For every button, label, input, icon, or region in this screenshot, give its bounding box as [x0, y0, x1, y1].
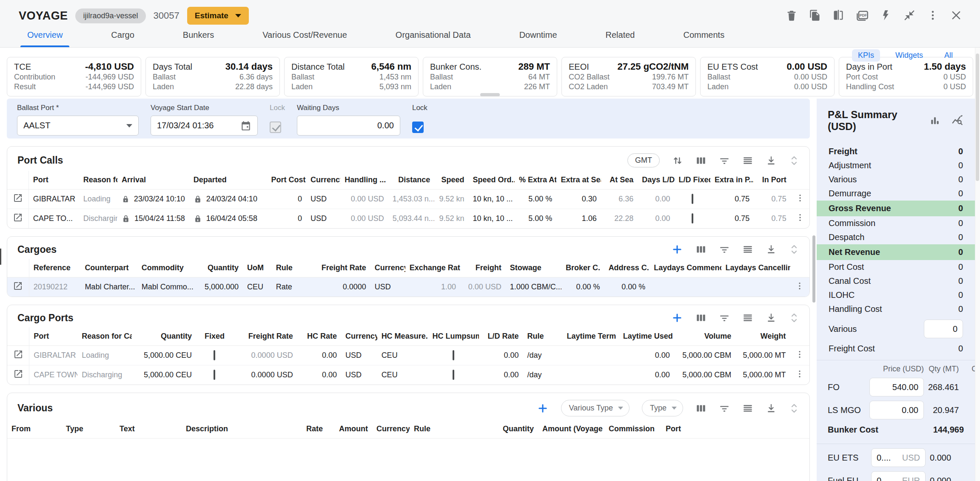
cargo-port-row[interactable]: CAPE TOWN Discharging 5,000.00 CEU 0.000…	[7, 365, 809, 385]
open-row-icon[interactable]	[13, 193, 23, 203]
tab-various-cost-revenue[interactable]: Various Cost/Revenue	[262, 30, 347, 47]
hc-lumpsum-checkbox[interactable]	[453, 370, 454, 380]
duplicate-icon[interactable]	[809, 9, 821, 21]
row-density-icon[interactable]	[742, 403, 753, 414]
row-menu-icon[interactable]	[795, 213, 805, 222]
col-laydays-cancelling[interactable]: Laydays Cancelling	[721, 259, 790, 277]
col-currency[interactable]: Currency	[372, 420, 410, 439]
collapse-icon[interactable]	[903, 9, 915, 21]
view-link-widgets[interactable]: Widgets	[889, 49, 929, 62]
ballast-port-select[interactable]: AALST	[17, 116, 139, 136]
col-days-ld[interactable]: Days L/D	[638, 171, 674, 190]
col-hc-lumpsum[interactable]: HC Lumpsum	[428, 327, 479, 346]
filter-icon[interactable]	[719, 312, 730, 323]
tab-organisational-data[interactable]: Organisational Data	[396, 30, 471, 47]
col-uom[interactable]: UoM	[243, 259, 272, 277]
view-link-kpis[interactable]: KPIs	[852, 49, 880, 62]
col-currency[interactable]: Currency	[306, 171, 340, 190]
col-speed[interactable]: Speed	[434, 171, 468, 190]
col-distance[interactable]: Distance	[388, 171, 434, 190]
filter-icon[interactable]	[719, 244, 730, 255]
col-reference[interactable]: Reference	[29, 259, 80, 277]
hc-lumpsum-checkbox[interactable]	[453, 350, 454, 360]
fueleu-price-input[interactable]: 0....EUR	[871, 471, 926, 481]
col-rate[interactable]: Rate	[268, 420, 327, 439]
add-cargo-icon[interactable]	[671, 243, 683, 255]
cargo-port-row[interactable]: GIBRALTAR Loading 5,000.00 CEU 0.0000 US…	[7, 346, 809, 365]
export-pdf-icon[interactable]: PDF	[856, 9, 869, 21]
col-exchange-rate[interactable]: Exchange Rate	[405, 259, 460, 277]
tab-overview[interactable]: Overview	[27, 30, 63, 47]
col-quantity[interactable]: Quantity	[480, 420, 538, 439]
port-call-row[interactable]: CAPE TO... Discharging 15/04/24 11:58 16…	[7, 209, 809, 229]
row-menu-icon[interactable]	[795, 369, 804, 379]
col-in-port[interactable]: In Port	[754, 171, 790, 190]
col-address-c[interactable]: Address C.	[604, 259, 650, 277]
kpi-collapse-handle[interactable]	[480, 93, 500, 96]
delete-icon[interactable]	[786, 9, 798, 21]
download-icon[interactable]	[766, 312, 777, 323]
tab-related[interactable]: Related	[606, 30, 635, 47]
filter-icon[interactable]	[719, 403, 730, 414]
voyage-start-date-input[interactable]: 17/03/24 01:36	[151, 116, 258, 136]
ld-fixed-checkbox[interactable]	[692, 194, 693, 204]
col-commodity[interactable]: Commodity	[137, 259, 194, 277]
more-icon[interactable]	[927, 9, 939, 21]
open-row-icon[interactable]	[13, 349, 23, 359]
col-counterpart[interactable]: Counterpart	[80, 259, 137, 277]
bar-chart-icon[interactable]	[929, 115, 941, 127]
col-arrival[interactable]: Arrival	[117, 171, 189, 190]
fixed-checkbox[interactable]	[214, 350, 215, 360]
tab-bunkers[interactable]: Bunkers	[183, 30, 214, 47]
col-departed[interactable]: Departed	[189, 171, 267, 190]
col-handling[interactable]: Handling ...	[340, 171, 388, 190]
col-freight-rate[interactable]: Freight Rate	[233, 327, 297, 346]
download-icon[interactable]	[766, 244, 777, 255]
col-description[interactable]: Description	[182, 420, 268, 439]
filter-icon[interactable]	[719, 155, 730, 166]
col-hc-measure[interactable]: HC Measure...	[377, 327, 428, 346]
expand-collapse-icon[interactable]	[789, 312, 799, 324]
row-density-icon[interactable]	[742, 244, 753, 255]
col-rule[interactable]: Rule	[410, 420, 480, 439]
compare-icon[interactable]	[832, 9, 844, 21]
tab-downtime[interactable]: Downtime	[519, 30, 557, 47]
expand-collapse-icon[interactable]	[789, 243, 799, 255]
query-stats-icon[interactable]	[951, 115, 964, 127]
view-link-all[interactable]: All	[938, 49, 959, 62]
col-amount-voyage[interactable]: Amount (Voyage C...	[538, 420, 604, 439]
col-fixed[interactable]: Fixed	[196, 327, 233, 346]
add-various-icon[interactable]	[537, 402, 549, 414]
timezone-button[interactable]: GMT	[627, 153, 660, 167]
columns-icon[interactable]	[695, 403, 707, 414]
col-speed-ord[interactable]: Speed Ord...	[469, 171, 515, 190]
estimate-button[interactable]: Estimate	[187, 7, 249, 25]
col-amount[interactable]: Amount	[327, 420, 372, 439]
col-ld-fixed[interactable]: L/D Fixed	[675, 171, 710, 190]
various-cost-input[interactable]: 0	[924, 320, 963, 338]
col-type[interactable]: Type	[62, 420, 115, 439]
col-port[interactable]: Port	[29, 327, 78, 346]
columns-icon[interactable]	[695, 244, 707, 255]
port-call-row[interactable]: GIBRALTAR Loading 23/03/24 10:10 24/03/2…	[7, 190, 809, 209]
col-port[interactable]: Port	[661, 420, 712, 439]
type-filter[interactable]: Type	[642, 400, 683, 416]
col-freight-rate[interactable]: Freight Rate	[315, 259, 370, 277]
close-icon[interactable]	[950, 9, 962, 21]
quick-actions-icon[interactable]	[880, 9, 892, 21]
col-laytime-term[interactable]: Laytime Term	[562, 327, 618, 346]
expand-collapse-icon[interactable]	[789, 402, 799, 414]
col-text[interactable]: Text	[115, 420, 182, 439]
open-row-icon[interactable]	[13, 369, 23, 379]
col-laydays-commence[interactable]: Laydays Commence	[650, 259, 721, 277]
col-volume[interactable]: Volume	[674, 327, 736, 346]
col-at-sea[interactable]: At Sea	[601, 171, 638, 190]
col-commission[interactable]: Commission	[604, 420, 661, 439]
col-weight[interactable]: Weight	[735, 327, 790, 346]
lock-date-checkbox[interactable]	[270, 122, 281, 133]
col-from[interactable]: From	[7, 420, 62, 439]
calendar-icon[interactable]	[240, 120, 251, 131]
col-port[interactable]: Port	[28, 171, 79, 190]
col-broker-c[interactable]: Broker C.	[561, 259, 604, 277]
col-rule[interactable]: Rule	[272, 259, 316, 277]
